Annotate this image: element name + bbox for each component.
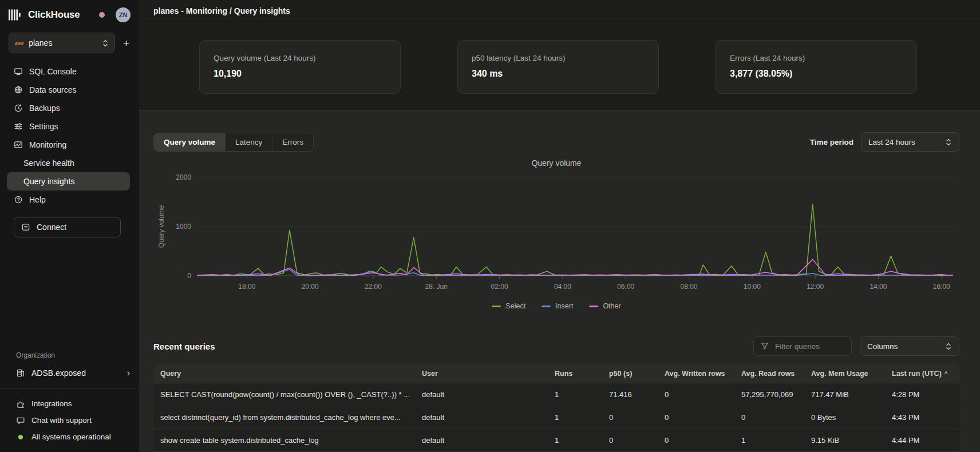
chevron-right-icon: ›: [127, 368, 130, 378]
column-header-last-run[interactable]: Last run (UTC)^: [892, 370, 959, 378]
table-cell: 0: [609, 413, 665, 422]
chevron-up-down-icon: [945, 138, 952, 146]
table-cell: show create table system.distributed_cac…: [153, 436, 422, 445]
status-indicator[interactable]: All systems operational: [0, 429, 139, 445]
sidebar-item-label: Data sources: [29, 85, 76, 94]
sidebar-item-chat-support[interactable]: Chat with support: [0, 412, 139, 429]
table-cell: 0: [609, 436, 665, 445]
organization-label: Organization: [0, 351, 139, 365]
sidebar-nav: SQL Console Data sources Backups Setting…: [0, 53, 139, 237]
stats-band: Query volume (Last 24 hours) 10,190 p50 …: [139, 22, 980, 110]
organization-switcher[interactable]: ADSB.exposed ›: [0, 365, 139, 381]
stat-card-errors: Errors (Last 24 hours) 3,877 (38.05%): [716, 40, 917, 94]
legend-swatch-icon: [589, 306, 598, 307]
chart-legend: SelectInsertOther: [153, 302, 959, 310]
tab-latency[interactable]: Latency: [226, 133, 272, 151]
legend-label: Select: [505, 302, 525, 310]
stat-value: 3,877 (38.05%): [730, 69, 916, 79]
table-body: SELECT CAST(round(pow(count() / max(coun…: [153, 383, 959, 452]
sidebar-item-backups[interactable]: Backups: [7, 99, 130, 117]
time-period-select[interactable]: Last 24 hours: [861, 132, 959, 152]
column-header-user[interactable]: User: [422, 370, 555, 378]
sidebar-item-label: Help: [29, 195, 46, 204]
sidebar-item-data-sources[interactable]: Data sources: [7, 81, 130, 99]
chart-title: Query volume: [153, 158, 959, 168]
sidebar-item-integrations[interactable]: Integrations: [0, 395, 139, 412]
column-header-runs[interactable]: Runs: [555, 370, 609, 378]
connect-icon: [21, 223, 30, 232]
sidebar-item-help[interactable]: Help: [7, 191, 130, 209]
table-cell: 1: [555, 436, 609, 445]
table-cell: SELECT CAST(round(pow(count() / max(coun…: [153, 390, 422, 399]
table-cell: 4:44 PM: [892, 436, 959, 445]
main-area: planes - Monitoring / Query insights Que…: [139, 0, 980, 452]
connect-button[interactable]: Connect: [14, 217, 121, 237]
status-label: All systems operational: [31, 433, 111, 441]
table-cell: 71.416: [609, 390, 665, 399]
sidebar-item-query-insights[interactable]: Query insights: [7, 172, 130, 191]
legend-item-other[interactable]: Other: [589, 302, 621, 310]
chevron-up-down-icon: [102, 39, 109, 47]
divider: [0, 388, 139, 388]
svg-text:28. Jun: 28. Jun: [425, 283, 448, 291]
tab-query-volume[interactable]: Query volume: [154, 133, 226, 151]
sidebar: ClickHouse ZN aws planes + SQL Console D…: [0, 0, 139, 452]
table-cell: 9.15 KiB: [811, 436, 892, 445]
table-cell: 0: [665, 390, 741, 399]
table-cell: 1: [555, 413, 609, 422]
table-cell: select distrinct(query_id) from system.d…: [153, 413, 422, 422]
sidebar-item-settings[interactable]: Settings: [7, 117, 130, 136]
table-row[interactable]: SELECT CAST(round(pow(count() / max(coun…: [153, 383, 959, 406]
topbar: planes - Monitoring / Query insights: [139, 0, 980, 22]
table-cell: 0: [665, 413, 741, 422]
table-cell: 4:43 PM: [892, 413, 959, 422]
user-avatar[interactable]: ZN: [116, 7, 131, 22]
logo-row: ClickHouse ZN: [0, 0, 139, 28]
stat-label: p50 latency (Last 24 hours): [472, 54, 658, 62]
column-header-avg-read[interactable]: Avg. Read rows: [741, 370, 811, 378]
time-period-value: Last 24 hours: [868, 138, 915, 146]
svg-text:0: 0: [187, 272, 191, 280]
chart-controls-row: Query volume Latency Errors Time period …: [153, 132, 959, 152]
columns-select[interactable]: Columns: [860, 336, 959, 356]
table-cell: 4:28 PM: [892, 390, 959, 399]
column-header-p50[interactable]: p50 (s): [609, 370, 665, 378]
svg-text:16:00: 16:00: [933, 283, 950, 291]
svg-text:18:00: 18:00: [238, 283, 255, 291]
column-header-query[interactable]: Query: [153, 370, 422, 378]
time-period-control: Time period Last 24 hours: [810, 132, 959, 152]
notification-dot[interactable]: [99, 12, 105, 18]
table-header-row: Query User Runs p50 (s) Avg. Written row…: [153, 364, 959, 383]
svg-text:06:00: 06:00: [617, 283, 634, 291]
table-row[interactable]: show create table system.distributed_cac…: [153, 429, 959, 452]
tab-errors[interactable]: Errors: [272, 133, 313, 151]
svg-text:10:00: 10:00: [744, 283, 761, 291]
legend-item-select[interactable]: Select: [492, 302, 525, 310]
table-cell: default: [422, 413, 555, 422]
legend-swatch-icon: [542, 306, 551, 307]
table-cell: 1: [741, 436, 811, 445]
clickhouse-logo-icon: [9, 9, 22, 21]
add-service-button[interactable]: +: [122, 37, 131, 50]
svg-text:1000: 1000: [176, 223, 191, 231]
service-selector[interactable]: aws planes: [9, 33, 115, 53]
stat-value: 340 ms: [472, 69, 658, 79]
filter-queries-box[interactable]: [753, 336, 852, 356]
history-icon: [14, 104, 23, 113]
column-header-mem-usage[interactable]: Avg. Mem Usage: [811, 370, 892, 378]
sidebar-item-label: Backups: [29, 104, 60, 113]
filter-queries-input[interactable]: [774, 342, 843, 351]
sidebar-item-monitoring[interactable]: Monitoring: [7, 136, 130, 154]
monitoring-chart-icon: [14, 140, 23, 149]
legend-item-insert[interactable]: Insert: [542, 302, 573, 310]
legend-label: Insert: [555, 302, 573, 310]
sort-asc-icon: ^: [945, 371, 948, 377]
funnel-icon: [761, 342, 769, 350]
table-row[interactable]: select distrinct(query_id) from system.d…: [153, 406, 959, 429]
monitor-icon: [14, 67, 23, 76]
sidebar-bottom: Organization ADSB.exposed › Integrations…: [0, 351, 139, 452]
sidebar-item-service-health[interactable]: Service health: [7, 154, 130, 172]
sidebar-item-sql-console[interactable]: SQL Console: [7, 62, 130, 81]
table-cell: default: [422, 436, 555, 445]
column-header-avg-written[interactable]: Avg. Written rows: [665, 370, 741, 378]
